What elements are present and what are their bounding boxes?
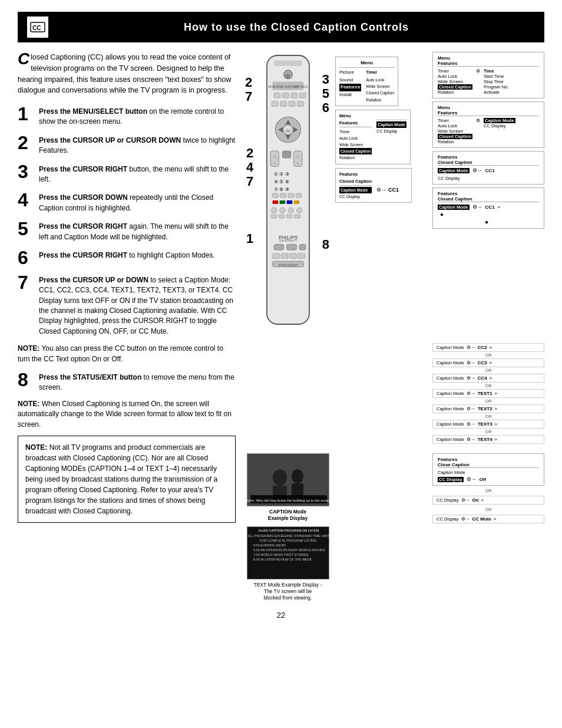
step-text-2: Press the CURSOR UP or CURSOR DOWN twice… bbox=[39, 133, 236, 156]
note-text-1: You also can press the CC button on the … bbox=[18, 344, 223, 363]
cc-mode-section: Caption Mode ⚙→ CC2 » OR Caption Mode ⚙→… bbox=[245, 343, 544, 444]
svg-text:FOR COMPLETE PROGRAM LISTING.: FOR COMPLETE PROGRAM LISTING. bbox=[260, 539, 318, 542]
step-number-2: 2 bbox=[18, 133, 34, 152]
svg-text:① ② ③: ① ② ③ bbox=[274, 171, 289, 177]
caption-mode-label: CAPTION ModeExample Display bbox=[268, 509, 308, 522]
cc-mode-row-cc2: Caption Mode ⚙→ CC2 » bbox=[432, 343, 544, 352]
step-number-3: 3 bbox=[18, 162, 34, 181]
cc-mode-row-text3: Caption Mode ⚙→ TEXT3 » bbox=[432, 420, 544, 429]
remote-area: 27 356 247 1 8 ⏻ VCR DVD SAT AMP ACC bbox=[245, 52, 330, 335]
menu-box-1: Menu Picture Sound Features Install Time… bbox=[335, 57, 398, 106]
step-overlay-27: 27 bbox=[245, 75, 252, 104]
svg-rect-33 bbox=[272, 193, 278, 197]
menu-panel-3: FeaturesClosed Caption Caption Mode CC D… bbox=[335, 168, 428, 203]
or-3: OR bbox=[432, 383, 544, 388]
svg-text:7:00  WORLD NEWS FIRST STORIES: 7:00 WORLD NEWS FIRST STORIES bbox=[253, 553, 309, 556]
menu-box-3: FeaturesClosed Caption Caption Mode CC D… bbox=[335, 168, 412, 203]
note-inline-1: NOTE: You also can press the CC button o… bbox=[18, 344, 236, 364]
steps-container: 1 Press the MENU/SELECT button on the re… bbox=[18, 104, 236, 337]
step-number-6: 6 bbox=[18, 248, 34, 267]
right-column: 27 356 247 1 8 ⏻ VCR DVD SAT AMP ACC bbox=[245, 52, 544, 601]
svg-rect-51 bbox=[286, 244, 296, 250]
cc-display-mute-row: CC Display ⚙→ CC Mute » bbox=[432, 515, 544, 523]
svg-text:④ ⑤ ⑥: ④ ⑤ ⑥ bbox=[274, 179, 289, 185]
svg-text:ALL PROGRAMS EXCEEDING STANDAR: ALL PROGRAMS EXCEEDING STANDARD TIME LIM… bbox=[247, 534, 329, 538]
svg-text:6:30  AN INTERDISCIPLINARY WOR: 6:30 AN INTERDISCIPLINARY WORLD AFFAIRS bbox=[253, 548, 325, 552]
spacer-menu bbox=[335, 343, 428, 444]
page-title: How to use the Closed Caption Controls bbox=[58, 21, 535, 34]
menu-panel-2: MenuFeatures Timer Auto Lock Wide Screen… bbox=[335, 110, 428, 164]
step-overlay-8: 8 bbox=[322, 237, 329, 252]
step-overlay-24: 247 bbox=[246, 146, 253, 189]
svg-rect-39 bbox=[286, 200, 292, 204]
svg-rect-36 bbox=[296, 193, 302, 197]
arrow-box-1: MenuFeatures Timer Auto Lock Wide Screen… bbox=[432, 52, 544, 98]
svg-rect-38 bbox=[279, 200, 285, 204]
or-6: OR bbox=[432, 429, 544, 434]
svg-rect-45 bbox=[271, 215, 277, 218]
svg-rect-9 bbox=[282, 93, 289, 98]
note-box: NOTE: Not all TV programs and product co… bbox=[18, 436, 236, 523]
step-8: 8 Press the STATUS/EXIT button to remove… bbox=[18, 370, 236, 393]
intro-paragraph: C losed Captioning (CC) allows you to re… bbox=[18, 52, 236, 96]
cc-icon: CC bbox=[27, 17, 48, 38]
menu-box-2: MenuFeatures Timer Auto Lock Wide Screen… bbox=[335, 110, 411, 164]
svg-point-42 bbox=[279, 207, 285, 213]
text-mode-svg: ALIAS CAPTION PROGRAM ON CH 025 ALL PROG… bbox=[247, 527, 329, 579]
caption-display-svg: John: Why did they leave the building up… bbox=[247, 454, 329, 506]
remote-svg: ⏻ VCR DVD SAT AMP ACC bbox=[253, 52, 323, 335]
text-mode-label: TEXT Mode Example Display -The TV screen… bbox=[253, 582, 322, 601]
svg-rect-8 bbox=[274, 93, 280, 98]
svg-text:+: + bbox=[297, 154, 299, 158]
step-6: 6 Press the CURSOR RIGHT to highlight Ca… bbox=[18, 248, 236, 267]
or-bottom-1: OR bbox=[432, 488, 544, 493]
svg-text:VCR DVD SAT AMP ACC: VCR DVD SAT AMP ACC bbox=[267, 85, 308, 88]
or-4: OR bbox=[432, 398, 544, 404]
arrow-box-4: FeaturesClosed Caption Caption Mode ⚙→ C… bbox=[432, 187, 544, 229]
svg-point-43 bbox=[288, 207, 294, 213]
step-3: 3 Press the CURSOR RIGHT button, the men… bbox=[18, 162, 236, 185]
svg-rect-48 bbox=[294, 215, 300, 218]
cc-mode-row-text1: Caption Mode ⚙→ TEXT1 » bbox=[432, 389, 544, 398]
svg-text:⑦ ⑧ ⑨: ⑦ ⑧ ⑨ bbox=[274, 186, 289, 192]
svg-text:ALIAS CAPTION PROGRAM ON CH 02: ALIAS CAPTION PROGRAM ON CH 025 bbox=[258, 529, 319, 532]
bottom-section: John: Why did they leave the building up… bbox=[245, 453, 544, 601]
step-2: 2 Press the CURSOR UP or CURSOR DOWN twi… bbox=[18, 133, 236, 156]
or-1: OR bbox=[432, 353, 544, 358]
caption-image-area: John: Why did they leave the building up… bbox=[245, 453, 330, 601]
svg-rect-37 bbox=[272, 200, 278, 204]
step-number-5: 5 bbox=[18, 219, 34, 238]
svg-text:5:00  EVENING NEWS: 5:00 EVENING NEWS bbox=[253, 543, 286, 547]
svg-rect-46 bbox=[279, 215, 285, 218]
step-5: 5 Press the CURSOR RIGHT again. The menu… bbox=[18, 219, 236, 242]
intro-text: losed Captioning (CC) allows you to read… bbox=[18, 53, 232, 94]
svg-text:−: − bbox=[297, 162, 299, 165]
step-text-4: Press the CURSOR DOWN repeatedly until t… bbox=[39, 190, 236, 213]
spacer-remote bbox=[245, 343, 330, 444]
step-number-8: 8 bbox=[18, 370, 34, 389]
svg-rect-54 bbox=[272, 253, 279, 258]
svg-rect-13 bbox=[280, 101, 286, 106]
main-layout: C losed Captioning (CC) allows you to re… bbox=[18, 52, 544, 601]
svg-rect-12 bbox=[272, 101, 278, 106]
step-text-1: Press the MENU/SELECT button on the remo… bbox=[39, 104, 236, 127]
note-box-label: NOTE: bbox=[25, 443, 47, 452]
svg-text:−: − bbox=[273, 162, 276, 165]
text-mode-display: ALIAS CAPTION PROGRAM ON CH 025 ALL PROG… bbox=[247, 526, 329, 579]
cc-mode-row-text2: Caption Mode ⚙→ TEXT2 » bbox=[432, 404, 544, 413]
step-4: 4 Press the CURSOR DOWN repeatedly until… bbox=[18, 190, 236, 213]
svg-text:⏻: ⏻ bbox=[286, 73, 290, 78]
svg-point-41 bbox=[271, 207, 277, 213]
arrow-boxes-area: MenuFeatures Timer Auto Lock Wide Screen… bbox=[432, 52, 544, 229]
cc-mode-row-cc4: Caption Mode ⚙→ CC4 » bbox=[432, 374, 544, 383]
step-number-4: 4 bbox=[18, 190, 34, 209]
or-2: OR bbox=[432, 368, 544, 373]
drop-cap: C bbox=[18, 52, 29, 66]
svg-rect-52 bbox=[299, 244, 306, 250]
note-inline-2: NOTE: When Closed Captioning is turned O… bbox=[18, 399, 236, 430]
svg-rect-57 bbox=[297, 253, 305, 258]
step-text-6: Press the CURSOR RIGHT to highlight Capt… bbox=[39, 248, 215, 261]
menu-panel-1: Menu Picture Sound Features Install Time… bbox=[335, 57, 428, 106]
svg-rect-50 bbox=[274, 244, 284, 250]
step-overlay-1: 1 bbox=[246, 231, 253, 246]
